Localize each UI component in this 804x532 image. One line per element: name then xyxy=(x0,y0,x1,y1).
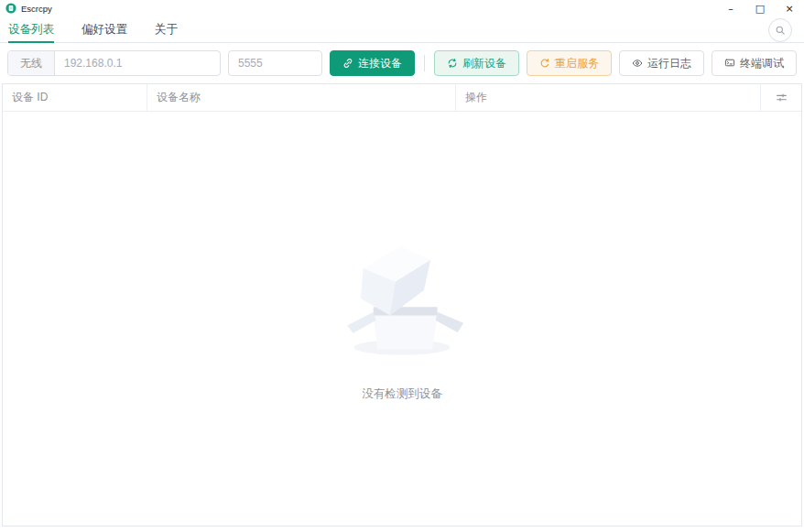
restart-service-label: 重启服务 xyxy=(555,56,599,71)
connect-device-label: 连接设备 xyxy=(358,56,402,71)
refresh-icon xyxy=(447,58,458,69)
tab-device-list[interactable]: 设备列表 xyxy=(8,16,54,42)
title-bar: Escrcpy – □ × xyxy=(0,0,804,16)
restart-icon xyxy=(539,58,550,69)
restart-service-button[interactable]: 重启服务 xyxy=(527,50,612,76)
link-icon xyxy=(342,58,353,69)
refresh-devices-label: 刷新设备 xyxy=(462,56,506,71)
maximize-button[interactable]: □ xyxy=(745,0,775,16)
tab-preferences[interactable]: 偏好设置 xyxy=(81,16,127,42)
table-header-row: 设备 ID 设备名称 操作 xyxy=(3,84,801,112)
column-header-device-name: 设备名称 xyxy=(147,84,456,111)
table-body: 没有检测到设备 xyxy=(3,112,801,526)
connection-mode-select[interactable]: 无线 xyxy=(8,51,55,75)
window-title: Escrcpy xyxy=(21,4,716,14)
window-controls: – □ × xyxy=(716,0,804,16)
connect-device-button[interactable]: 连接设备 xyxy=(330,50,415,76)
run-logs-button[interactable]: 运行日志 xyxy=(619,50,704,76)
run-logs-label: 运行日志 xyxy=(647,56,691,71)
column-settings-button[interactable] xyxy=(761,84,801,111)
search-icon xyxy=(775,25,786,36)
connection-toolbar: 无线 连接设备 刷新设备 重启服 xyxy=(0,43,804,83)
tab-about[interactable]: 关于 xyxy=(155,16,178,42)
sliders-icon xyxy=(776,92,788,103)
device-table: 设备 ID 设备名称 操作 xyxy=(2,83,802,527)
host-input-group: 无线 xyxy=(7,50,221,76)
column-header-actions: 操作 xyxy=(456,84,761,111)
terminal-debug-label: 终端调试 xyxy=(740,56,784,71)
tab-bar: 设备列表 偏好设置 关于 xyxy=(0,16,804,43)
port-input[interactable] xyxy=(228,50,322,76)
app-logo-icon xyxy=(5,3,16,14)
terminal-debug-button[interactable]: 终端调试 xyxy=(712,50,797,76)
empty-box-icon xyxy=(333,236,471,363)
eye-icon xyxy=(632,58,643,69)
host-input[interactable] xyxy=(55,51,220,75)
toolbar-divider xyxy=(424,55,425,71)
minimize-button[interactable]: – xyxy=(716,0,745,16)
app-window: Escrcpy – □ × 设备列表 偏好设置 关于 无线 xyxy=(0,0,804,532)
column-header-device-id: 设备 ID xyxy=(3,84,147,111)
empty-state-text: 没有检测到设备 xyxy=(362,386,442,402)
refresh-devices-button[interactable]: 刷新设备 xyxy=(434,50,519,76)
close-button[interactable]: × xyxy=(775,0,804,16)
terminal-icon xyxy=(724,58,735,69)
search-button[interactable] xyxy=(768,18,792,42)
